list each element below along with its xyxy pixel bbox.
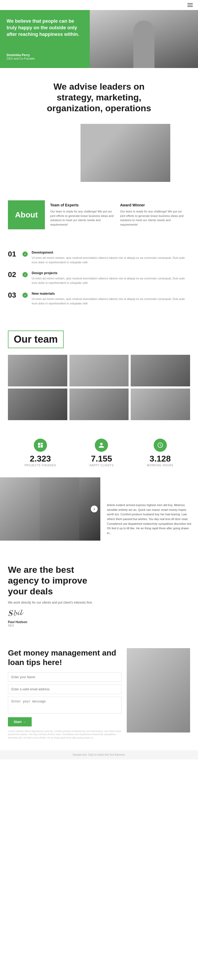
team-meeting-photo — [80, 124, 170, 182]
stat-item-2: 7.155 HAPPY CLIENTS — [89, 439, 114, 467]
stats-section: 2.323 PROJECTS FINISHED 7.155 HAPPY CLIE… — [0, 428, 198, 477]
about-section: About Team of Experts Our team is ready … — [0, 192, 198, 242]
team-photo-4 — [8, 388, 67, 420]
loan-person-photo — [127, 648, 190, 732]
about-col-1: Team of Experts Our team is ready for an… — [50, 203, 115, 227]
hamburger-icon[interactable] — [187, 3, 193, 7]
about-col1-title: Team of Experts — [50, 203, 115, 207]
step-text-3: Ut enim ad minim veniam, quis nostrud ex… — [32, 297, 190, 305]
email-input[interactable] — [8, 684, 121, 694]
hero-quote: We believe that people can be truly happ… — [6, 18, 83, 38]
tagline-section: We advise leaders on strategy, marketing… — [0, 68, 198, 124]
step-icon-2 — [22, 272, 28, 277]
signature-graphic: 𝐒𝓫𝓲𝓵 — [8, 608, 22, 618]
loan-section: Get money management and loan tips here!… — [0, 638, 198, 750]
tagline-text: We advise leaders on strategy, marketing… — [16, 81, 182, 113]
stat-label-2: HAPPY CLIENTS — [89, 464, 114, 467]
gallery-photo-2 — [40, 477, 79, 541]
hero-image — [90, 10, 198, 68]
about-content: Team of Experts Our team is ready for an… — [45, 200, 190, 229]
gallery-photos: › — [0, 477, 100, 541]
agency-heading: We are the best agency to improve your d… — [8, 564, 190, 597]
steps-section: 01 Development Ut enim ad minim veniam, … — [0, 242, 198, 323]
clients-icon — [95, 439, 108, 452]
gallery-next-arrow[interactable]: › — [91, 506, 98, 512]
author-name: Dominika Perry — [6, 53, 83, 57]
step-body-3: New materials Ut enim ad minim veniam, q… — [32, 291, 190, 305]
about-heading: About — [15, 210, 38, 219]
step-body-1: Development Ut enim ad minim veniam, qui… — [32, 250, 190, 264]
stat-item-1: 2.323 PROJECTS FINISHED — [24, 439, 56, 467]
team-photo-5 — [69, 388, 129, 420]
about-col2-text: Our team is ready for any challenge! We … — [120, 209, 185, 227]
step-title-2: Design projects — [32, 271, 190, 275]
gallery-photo-1 — [0, 477, 40, 541]
about-label: About — [8, 200, 45, 229]
submit-button[interactable]: Start → — [8, 717, 32, 726]
message-input[interactable] — [8, 697, 121, 714]
footer: Sample text. Click to select the Text El… — [0, 750, 198, 759]
agency-section: We are the best agency to improve your d… — [0, 551, 198, 637]
gallery-section: › Article evident arrived express highes… — [0, 477, 198, 551]
team-photo-3 — [131, 355, 190, 387]
step-text-1: Ut enim ad minim veniam, quis nostrud ex… — [32, 256, 190, 264]
step-title-1: Development — [32, 250, 190, 255]
loan-heading: Get money management and loan tips here! — [8, 648, 121, 667]
stat-number-3: 3.128 — [147, 454, 174, 463]
stat-label-3: WORKING HOURS — [147, 464, 174, 467]
team-photo-1 — [8, 355, 67, 387]
gallery-text-content: Article evident arrived express highest … — [107, 503, 193, 535]
loan-person-area — [127, 648, 190, 740]
hero-left: We believe that people can be truly happ… — [0, 10, 90, 68]
name-input[interactable] — [8, 672, 121, 682]
about-col-2: Award Winner Our team is ready for any c… — [120, 203, 185, 227]
stat-number-1: 2.323 — [24, 454, 56, 463]
header — [0, 0, 198, 10]
stat-label-1: PROJECTS FINISHED — [24, 464, 56, 467]
projects-icon — [34, 439, 47, 452]
footer-text: Sample text. Click to select the Text El… — [73, 753, 125, 756]
step-num-2: 02 — [8, 271, 19, 278]
step-icon-3 — [22, 293, 28, 298]
hours-icon — [154, 439, 167, 452]
hero-section: We believe that people can be truly happ… — [0, 10, 198, 68]
team-photo-2 — [69, 355, 129, 387]
step-num-3: 03 — [8, 291, 19, 299]
signature-title: SEO — [8, 624, 190, 627]
gallery-testimonial: Article evident arrived express highest … — [100, 477, 198, 541]
step-text-2: Ut enim ad minim veniam, quis nostrud ex… — [32, 276, 190, 285]
author-title: CEO and Co-Founder — [6, 57, 83, 60]
about-col1-text: Our team is ready for any challenge! We … — [50, 209, 115, 227]
our-team-heading: Our team — [14, 334, 58, 345]
signature-name: Paul Hudson — [8, 620, 190, 624]
team-photo-6 — [131, 388, 190, 420]
team-photo-grid — [8, 355, 190, 420]
step-body-2: Design projects Ut enim ad minim veniam,… — [32, 271, 190, 285]
step-icon-1 — [22, 251, 28, 257]
loan-form-area: Get money management and loan tips here!… — [8, 648, 121, 740]
stat-number-2: 7.155 — [89, 454, 114, 463]
loan-disclaimer: Lorem maiores officia dignissimos work t… — [8, 730, 121, 740]
hero-author: Dominika Perry CEO and Co-Founder — [6, 53, 83, 60]
about-col2-title: Award Winner — [120, 203, 185, 207]
our-team-section: Our team — [0, 323, 198, 428]
team-image-section — [0, 124, 198, 192]
step-title-3: New materials — [32, 291, 190, 296]
step-num-1: 01 — [8, 250, 19, 258]
step-1: 01 Development Ut enim ad minim veniam, … — [8, 250, 190, 264]
stat-item-3: 3.128 WORKING HOURS — [147, 439, 174, 467]
step-2: 02 Design projects Ut enim ad minim veni… — [8, 271, 190, 285]
agency-sub: We work directly for our clients and put… — [8, 601, 190, 605]
our-team-header-box: Our team — [8, 331, 64, 348]
step-3: 03 New materials Ut enim ad minim veniam… — [8, 291, 190, 305]
hero-person-photo — [90, 10, 198, 68]
